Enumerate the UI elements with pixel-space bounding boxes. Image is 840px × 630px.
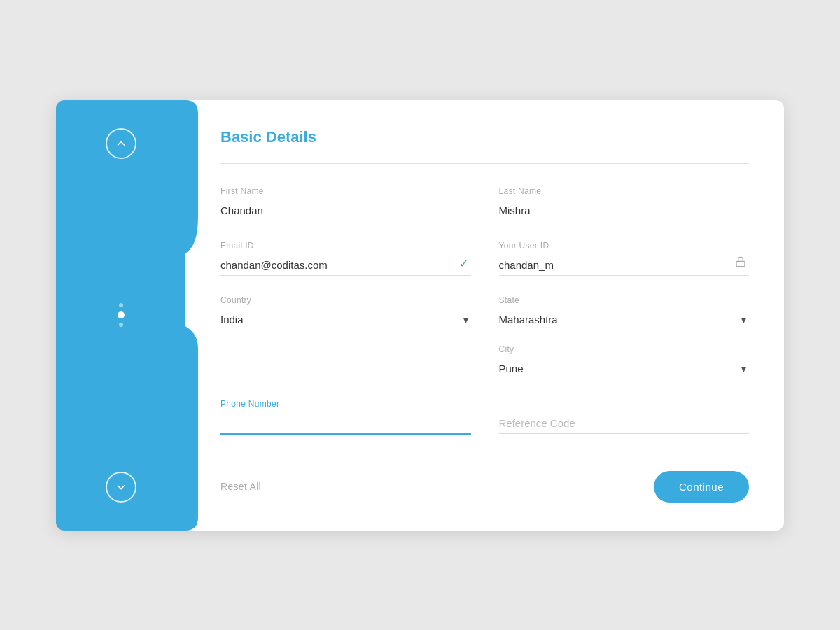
form-footer: Reset All Continue — [220, 460, 749, 503]
country-label: Country — [220, 295, 471, 305]
city-select[interactable]: Pune Mumbai Nashik — [499, 358, 750, 379]
email-input[interactable] — [220, 255, 471, 276]
title-divider — [220, 163, 749, 164]
lock-icon — [735, 256, 746, 270]
last-name-input[interactable] — [499, 200, 750, 221]
sidebar — [56, 100, 186, 531]
last-name-field: Last Name — [499, 186, 750, 221]
state-field: State Maharashtra Delhi Karnataka ▾ — [499, 295, 750, 330]
down-arrow-icon — [114, 480, 128, 494]
location-row: Country India USA UK ▾ State — [220, 295, 749, 379]
dot-3 — [119, 323, 123, 327]
user-id-field: Your User ID — [499, 241, 750, 276]
email-field: Email ID ✓ — [220, 241, 471, 276]
country-select-wrapper: India USA UK ▾ — [220, 309, 471, 330]
page-title: Basic Details — [220, 128, 749, 146]
first-name-label: First Name — [220, 186, 471, 196]
name-row: First Name Last Name — [220, 186, 749, 221]
phone-label: Phone Number — [220, 399, 471, 409]
reference-input[interactable] — [499, 413, 750, 434]
progress-dots — [118, 303, 125, 327]
state-select-wrapper: Maharashtra Delhi Karnataka ▾ — [499, 309, 750, 330]
dot-1 — [119, 303, 123, 307]
phone-field: Phone Number — [220, 399, 471, 435]
email-row: Email ID ✓ Your User ID — [220, 241, 749, 276]
form-fields: First Name Last Name Email ID ✓ Your Use… — [220, 186, 749, 435]
reference-field: Reference Code — [499, 399, 750, 435]
city-field: City Pune Mumbai Nashik ▾ — [499, 344, 750, 379]
main-card: Basic Details First Name Last Name Email… — [56, 100, 784, 531]
city-label: City — [499, 344, 750, 354]
svg-rect-0 — [736, 261, 745, 266]
user-id-input[interactable] — [499, 255, 750, 276]
up-arrow-button[interactable] — [106, 128, 136, 159]
dot-2-active — [118, 312, 125, 318]
country-field: Country India USA UK ▾ — [220, 295, 471, 379]
email-check-icon: ✓ — [459, 257, 468, 270]
first-name-input[interactable] — [220, 200, 471, 221]
country-select[interactable]: India USA UK — [220, 309, 471, 330]
down-arrow-button[interactable] — [106, 472, 136, 503]
city-select-wrapper: Pune Mumbai Nashik ▾ — [499, 358, 750, 379]
up-arrow-icon — [114, 136, 128, 150]
reset-button[interactable]: Reset All — [220, 481, 261, 492]
user-id-label: Your User ID — [499, 241, 750, 251]
state-city-group: State Maharashtra Delhi Karnataka ▾ City — [499, 295, 750, 379]
state-select[interactable]: Maharashtra Delhi Karnataka — [499, 309, 750, 330]
state-label: State — [499, 295, 750, 305]
email-label: Email ID — [220, 241, 471, 251]
continue-button[interactable]: Continue — [654, 471, 749, 503]
phone-reference-row: Phone Number Reference Code — [220, 399, 749, 435]
phone-input[interactable] — [220, 413, 471, 435]
last-name-label: Last Name — [499, 186, 750, 196]
form-container: Basic Details First Name Last Name Email… — [186, 100, 784, 531]
first-name-field: First Name — [220, 186, 471, 221]
